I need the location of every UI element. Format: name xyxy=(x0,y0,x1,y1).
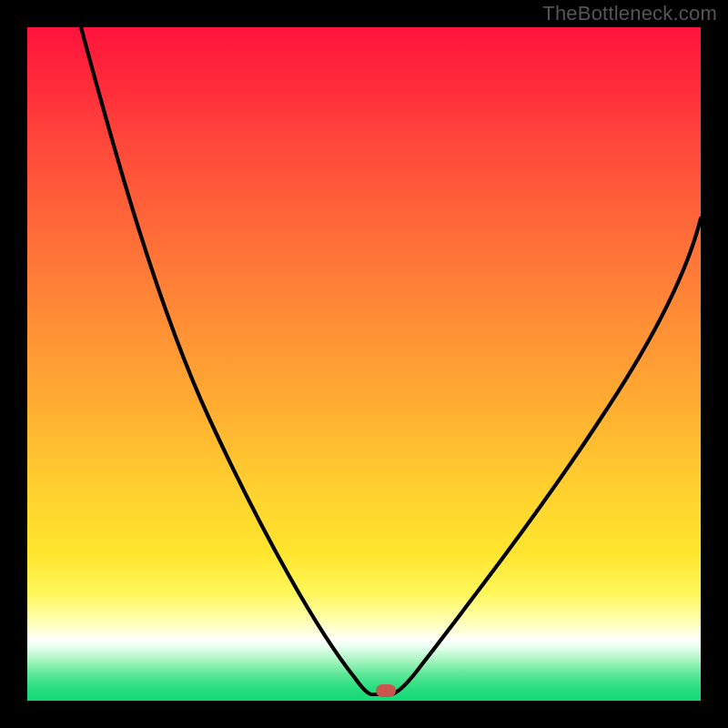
optimal-point-marker xyxy=(376,684,396,697)
bottleneck-curve xyxy=(27,27,701,701)
chart-container: TheBottleneck.com xyxy=(0,0,728,728)
attribution-text: TheBottleneck.com xyxy=(542,2,717,25)
curve-path xyxy=(81,27,701,694)
plot-area xyxy=(27,27,701,701)
